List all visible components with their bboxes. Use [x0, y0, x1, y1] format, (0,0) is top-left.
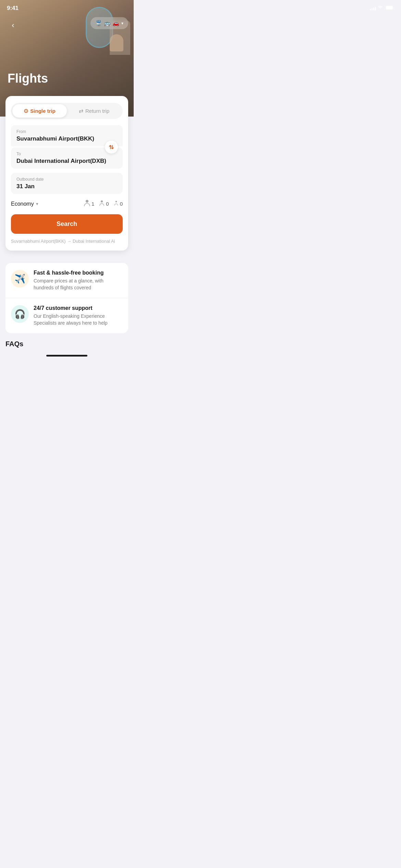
status-time: 9:41	[7, 5, 19, 12]
trip-tabs: ⊙ Single trip ⇄ Return trip	[11, 103, 123, 119]
infant-icon	[114, 200, 119, 207]
infant-passengers[interactable]: 0	[114, 200, 123, 207]
main-content: ⊙ Single trip ⇄ Return trip From Suvarna…	[0, 96, 134, 259]
feature-booking-text: Fast & hassle-free booking Compare price…	[34, 270, 123, 291]
feature-support-title: 24/7 customer support	[34, 305, 123, 311]
adult-passengers[interactable]: 1	[84, 200, 94, 208]
features-section: ✈️ Fast & hassle-free booking Compare pr…	[5, 263, 128, 333]
tab-return-trip[interactable]: ⇄ Return trip	[67, 104, 121, 118]
hero-person-decoration	[110, 34, 123, 51]
return-trip-icon: ⇄	[79, 108, 83, 114]
recent-search[interactable]: Suvarnabhumi Airport(BKK) → Dubai Intern…	[11, 239, 123, 244]
feature-booking-title: Fast & hassle-free booking	[34, 270, 123, 276]
adult-count: 1	[92, 201, 94, 207]
search-button[interactable]: Search	[11, 214, 123, 234]
class-selector[interactable]: Economy ▾	[11, 201, 38, 207]
faqs-section: FAQs	[0, 333, 134, 351]
svg-point-2	[86, 200, 88, 203]
return-trip-label: Return trip	[85, 108, 109, 114]
back-button[interactable]: ‹	[7, 19, 19, 32]
child-icon	[99, 200, 105, 208]
feature-support-text: 24/7 customer support Our English-speaki…	[34, 305, 123, 326]
bus-icon: 🚌	[104, 20, 111, 26]
feature-support: 🎧 24/7 customer support Our English-spea…	[5, 298, 128, 333]
passenger-row: Economy ▾ 1	[11, 200, 123, 208]
from-value: Suvarnabhumi Airport(BKK)	[16, 135, 117, 142]
car-icon: 🚗	[112, 20, 119, 26]
feature-booking-icon: ✈️	[14, 274, 25, 284]
faqs-title: FAQs	[5, 340, 128, 348]
single-trip-label: Single trip	[30, 108, 55, 114]
status-bar: 9:41	[0, 0, 134, 14]
tab-single-trip[interactable]: ⊙ Single trip	[12, 104, 67, 118]
search-card: ⊙ Single trip ⇄ Return trip From Suvarna…	[5, 96, 128, 251]
transport-selector[interactable]: 🚆 🚌 🚗 ▾	[90, 17, 128, 29]
class-label: Economy	[11, 201, 34, 207]
route-container: From Suvarnabhumi Airport(BKK) To Dubai …	[11, 125, 123, 169]
child-count: 0	[106, 201, 109, 207]
infant-count: 0	[120, 201, 123, 207]
to-value: Dubai International Airport(DXB)	[16, 158, 117, 165]
transport-chevron-icon: ▾	[121, 21, 123, 26]
date-value: 31 Jan	[16, 183, 117, 190]
feature-support-icon: 🎧	[14, 309, 25, 320]
single-trip-icon: ⊙	[24, 108, 28, 114]
adult-icon	[84, 200, 90, 208]
swap-button[interactable]	[105, 141, 118, 154]
home-indicator	[0, 351, 134, 359]
feature-booking-description: Compare prices at a glance, with hundred…	[34, 278, 123, 291]
train-icon: 🚆	[95, 20, 102, 26]
feature-support-icon-wrap: 🎧	[11, 305, 29, 323]
feature-booking-icon-wrap: ✈️	[11, 270, 29, 288]
svg-point-3	[101, 200, 103, 202]
passengers: 1 0	[84, 200, 123, 208]
svg-point-4	[115, 201, 117, 203]
transport-icons: 🚆 🚌 🚗	[95, 20, 119, 26]
child-passengers[interactable]: 0	[99, 200, 109, 208]
feature-booking: ✈️ Fast & hassle-free booking Compare pr…	[5, 263, 128, 298]
home-bar	[46, 355, 87, 357]
date-field[interactable]: Outbound date 31 Jan	[11, 173, 123, 194]
date-label: Outbound date	[16, 177, 117, 182]
from-label: From	[16, 129, 117, 134]
feature-support-description: Our English-speaking Experience Speciali…	[34, 313, 123, 326]
class-chevron-icon: ▾	[36, 201, 38, 206]
to-label: To	[16, 152, 117, 156]
page-title: Flights	[8, 71, 48, 86]
